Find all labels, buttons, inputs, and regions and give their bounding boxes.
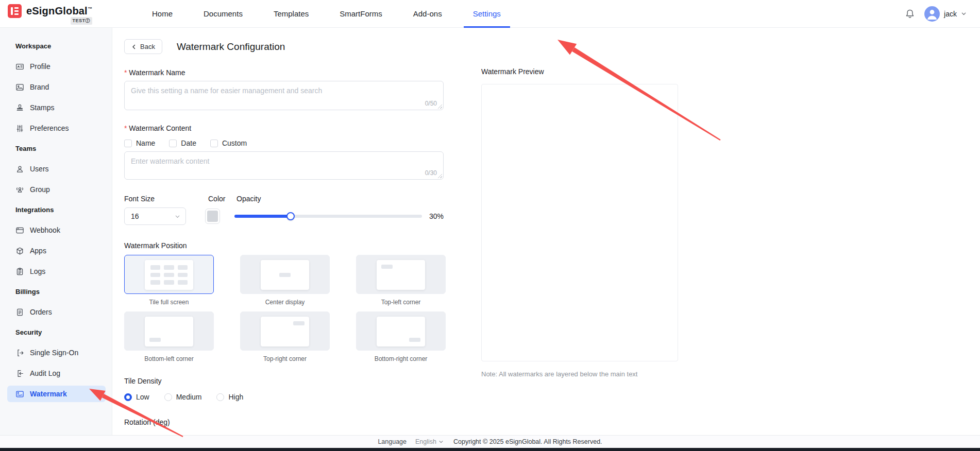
trademark: ™: [88, 6, 92, 11]
watermark-content-counter: 0/30: [425, 169, 437, 177]
watermark-name-input[interactable]: [125, 81, 443, 110]
opacity-slider[interactable]: [234, 212, 422, 220]
position-tile-full-screen[interactable]: Tile full screen: [124, 255, 214, 306]
receipt-icon: [15, 308, 24, 317]
checkbox-date[interactable]: Date: [169, 139, 196, 147]
position-thumb: [124, 311, 214, 351]
radio-dot[interactable]: [124, 393, 132, 401]
language-label: Language: [378, 438, 407, 445]
position-thumb: [124, 255, 214, 294]
color-label: Color: [208, 195, 236, 203]
opacity-value: 30%: [429, 212, 444, 220]
opacity-slider-handle[interactable]: [286, 212, 295, 220]
audit-arrow-icon: [15, 369, 24, 378]
group-icon: [15, 185, 24, 194]
id-card-icon: [15, 62, 24, 71]
brand-logo[interactable]: eSignGlobal™ TESTⓘ: [0, 3, 119, 25]
tile-density-label: Tile Density: [124, 377, 444, 385]
nav-templates[interactable]: Templates: [258, 0, 324, 28]
chevron-down-icon: [175, 214, 180, 219]
user-icon: [15, 165, 24, 174]
preview-panel: Watermark Preview Note: All watermarks a…: [481, 28, 698, 378]
username: jack: [944, 10, 957, 18]
notification-bell-icon[interactable]: [905, 9, 915, 19]
radio-medium[interactable]: Medium: [164, 393, 202, 401]
color-swatch[interactable]: [205, 209, 220, 224]
watermark-content-field: 0/30: [124, 151, 444, 180]
checkbox-custom[interactable]: Custom: [210, 139, 247, 147]
user-avatar: [924, 6, 940, 22]
chevron-left-icon: [131, 44, 137, 49]
nav-settings[interactable]: Settings: [458, 0, 516, 28]
font-size-value: 16: [131, 212, 175, 220]
sidebar-item-label: Preferences: [30, 124, 69, 132]
sidebar-item-single-sign-on[interactable]: Single Sign-On: [0, 342, 112, 363]
color-swatch-inner: [207, 211, 218, 222]
copyright-text: Copyright © 2025 eSignGlobal. All Rights…: [453, 438, 602, 445]
sidebar-item-label: Users: [30, 165, 49, 173]
sidebar-item-group[interactable]: Group: [0, 179, 112, 200]
sidebar-section-security: Security: [0, 322, 112, 342]
rotation-label: Rotation (deg): [124, 418, 444, 426]
sidebar-item-orders[interactable]: Orders: [0, 302, 112, 322]
position-center-display[interactable]: Center display: [240, 255, 330, 306]
watermark-name-counter: 0/50: [425, 100, 437, 107]
brand-name: eSignGlobal™: [26, 3, 92, 17]
env-badge: TESTⓘ: [71, 17, 93, 25]
sidebar-item-users[interactable]: Users: [0, 159, 112, 179]
watermark-name-field: 0/50: [124, 81, 444, 110]
preview-title: Watermark Preview: [481, 67, 698, 76]
position-options: Tile full screen Center display Top-left…: [124, 255, 444, 362]
checkbox-box[interactable]: [210, 140, 218, 147]
checkbox-name[interactable]: Name: [124, 139, 155, 147]
nav-smartforms[interactable]: SmartForms: [324, 0, 398, 28]
radio-dot[interactable]: [216, 393, 224, 401]
nav-addons[interactable]: Add-ons: [398, 0, 458, 28]
sidebar-item-label: Watermark: [30, 390, 67, 398]
position-thumb: [240, 311, 330, 351]
sidebar-item-label: Logs: [30, 267, 45, 275]
sidebar-item-brand[interactable]: Brand: [0, 77, 112, 97]
checkbox-box[interactable]: [169, 140, 177, 147]
watermark-preview-canvas: [481, 84, 678, 361]
sidebar-item-webhook[interactable]: Webhook: [0, 220, 112, 240]
sidebar-section-billings: Billings: [0, 282, 112, 302]
language-select[interactable]: English: [415, 438, 444, 445]
sidebar-item-label: Orders: [30, 308, 52, 316]
radio-low[interactable]: Low: [124, 393, 149, 401]
watermark-form: Back Watermark Configuration Watermark N…: [124, 28, 444, 426]
font-size-label: Font Size: [124, 195, 208, 203]
font-size-select[interactable]: 16: [124, 207, 186, 225]
position-top-right[interactable]: Top-right corner: [240, 311, 330, 362]
position-thumb: [356, 255, 446, 294]
user-menu[interactable]: jack: [924, 6, 967, 22]
position-thumb: [356, 311, 446, 351]
sidebar-item-logs[interactable]: Logs: [0, 261, 112, 282]
sidebar-item-preferences[interactable]: Preferences: [0, 118, 112, 138]
cube-icon: [15, 247, 24, 255]
sidebar-item-profile[interactable]: Profile: [0, 56, 112, 77]
checkbox-box[interactable]: [124, 140, 132, 147]
sidebar-item-stamps[interactable]: Stamps: [0, 97, 112, 118]
sidebar-item-audit-log[interactable]: Audit Log: [0, 363, 112, 384]
position-top-left[interactable]: Top-left corner: [356, 255, 446, 306]
nav-documents[interactable]: Documents: [188, 0, 258, 28]
radio-dot[interactable]: [164, 393, 172, 401]
clipboard-icon: [15, 267, 24, 276]
radio-high[interactable]: High: [216, 393, 243, 401]
watermark-content-input[interactable]: [125, 152, 443, 179]
sidebar-item-label: Brand: [30, 83, 49, 91]
main-menu: Home Documents Templates SmartForms Add-…: [137, 0, 516, 28]
position-bottom-right[interactable]: Bottom-right corner: [356, 311, 446, 362]
sidebar-item-label: Profile: [30, 62, 50, 71]
back-button[interactable]: Back: [124, 39, 162, 54]
nav-right: jack: [905, 6, 980, 22]
nav-home[interactable]: Home: [137, 0, 188, 28]
chevron-down-icon: [961, 9, 967, 19]
sidebar-item-label: Single Sign-On: [30, 349, 78, 357]
sidebar-section-workspace: Workspace: [0, 36, 112, 56]
sidebar-item-watermark[interactable]: Watermark: [7, 386, 106, 402]
sidebar-item-apps[interactable]: Apps: [0, 240, 112, 261]
position-bottom-left[interactable]: Bottom-left corner: [124, 311, 214, 362]
stamp-icon: [15, 103, 24, 112]
